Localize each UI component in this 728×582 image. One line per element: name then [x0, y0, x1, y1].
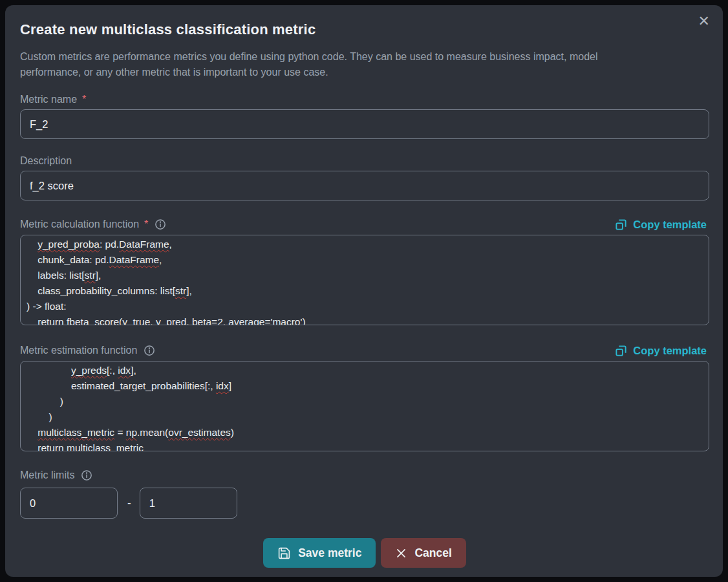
copy-template-label: Copy template: [633, 219, 707, 231]
code-line: y_preds[:, idx],: [27, 363, 703, 378]
code-line: ) -> float:: [27, 299, 703, 314]
code-line: return multiclass_metric: [27, 440, 703, 451]
info-icon[interactable]: [81, 469, 92, 481]
code-line: y_pred_proba: pd.DataFrame,: [27, 237, 703, 252]
metric-limits-label: Metric limits: [20, 469, 74, 481]
code-line: ): [27, 394, 703, 409]
copy-template-button[interactable]: Copy template: [615, 219, 707, 231]
code-line: class_probability_columns: list[str],: [27, 283, 703, 299]
modal-subtitle: Custom metrics are performance metrics y…: [20, 49, 625, 80]
limits-separator: -: [127, 497, 131, 510]
upper-limit-input[interactable]: [140, 488, 237, 519]
est-function-header: Metric estimation function Copy template: [20, 343, 709, 358]
close-icon[interactable]: ✕: [696, 13, 712, 30]
code-line: return fbeta_score(y_true, y_pred, beta=…: [27, 314, 703, 325]
code-line: chunk_data: pd.DataFrame,: [27, 252, 703, 268]
description-input[interactable]: [20, 171, 709, 200]
copy-icon: [615, 345, 627, 357]
cancel-x-icon: [395, 547, 407, 559]
code-line: ): [27, 409, 703, 425]
metric-name-input[interactable]: [20, 109, 709, 139]
metric-name-label: Metric name *: [20, 92, 709, 107]
required-asterisk: *: [144, 219, 148, 230]
save-icon: [277, 546, 291, 560]
est-function-editor[interactable]: y_preds[:, idx], estimated_target_probab…: [20, 361, 709, 451]
lower-limit-input[interactable]: [20, 488, 118, 519]
calc-function-header: Metric calculation function * Copy templ…: [20, 217, 709, 232]
metric-limits-row: -: [20, 488, 709, 519]
metric-name-label-text: Metric name: [20, 94, 77, 105]
code-line: multiclass_metric = np.mean(ovr_estimate…: [27, 425, 703, 440]
save-metric-label: Save metric: [298, 546, 361, 560]
code-line: labels: list[str],: [27, 268, 703, 283]
required-asterisk: *: [82, 94, 86, 105]
save-metric-button[interactable]: Save metric: [263, 538, 376, 568]
est-function-label: Metric estimation function: [20, 345, 137, 356]
cancel-button[interactable]: Cancel: [381, 538, 466, 568]
calc-function-editor[interactable]: y_pred_proba: pd.DataFrame, chunk_data: …: [20, 235, 709, 325]
cancel-label: Cancel: [414, 546, 451, 560]
info-icon[interactable]: [155, 219, 166, 230]
code-line: estimated_target_probabilities[:, idx]: [27, 378, 703, 394]
copy-template-label: Copy template: [633, 345, 707, 357]
description-label: Description: [20, 154, 709, 168]
description-label-text: Description: [20, 155, 72, 167]
calc-function-label: Metric calculation function: [20, 219, 139, 230]
copy-icon: [615, 219, 627, 231]
modal-title: Create new multiclass classification met…: [20, 22, 709, 38]
create-metric-modal: ✕ Create new multiclass classification m…: [5, 5, 723, 577]
metric-limits-header: Metric limits: [20, 468, 709, 482]
modal-actions: Save metric Cancel: [20, 538, 709, 568]
info-icon[interactable]: [144, 345, 155, 356]
copy-template-button[interactable]: Copy template: [615, 345, 707, 357]
